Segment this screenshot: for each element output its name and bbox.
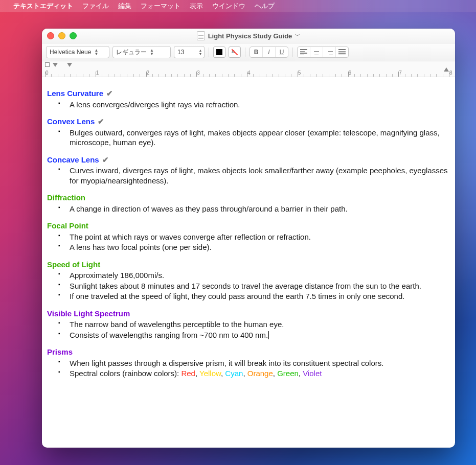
tab-stop-marker[interactable] bbox=[67, 63, 72, 67]
list-item[interactable]: A lens converges/diverges light rays via… bbox=[47, 100, 450, 110]
section-lens-curvature: Lens Curvature✔A lens converges/diverges… bbox=[47, 88, 450, 109]
font-size-value: 13 bbox=[177, 49, 184, 56]
menubar-edit[interactable]: 編集 bbox=[118, 2, 131, 11]
check-icon: ✔ bbox=[102, 155, 109, 165]
section-prisms: PrismsWhen light passes through a disper… bbox=[47, 347, 450, 379]
section-convex-lens: Convex Lens✔Bulges outward, converges ra… bbox=[47, 117, 450, 148]
zoom-button[interactable] bbox=[70, 32, 77, 39]
select-arrows-icon: ▲▼ bbox=[150, 49, 154, 56]
section-diffraction: DiffractionA change in direction of wave… bbox=[47, 193, 450, 214]
section-heading-text: Concave Lens bbox=[47, 155, 99, 165]
section-heading-text: Diffraction bbox=[47, 193, 85, 203]
formatting-toolbar: Helvetica Neue ▲▼ レギュラー ▲▼ 13 ▲▼ B I U bbox=[42, 43, 455, 61]
ruler[interactable]: 012345678 bbox=[42, 61, 455, 77]
list-item[interactable]: Bulges outward, converges rays of light,… bbox=[47, 128, 450, 148]
section-heading[interactable]: Concave Lens✔ bbox=[47, 155, 450, 165]
section-heading[interactable]: Diffraction bbox=[47, 193, 450, 203]
section-heading[interactable]: Speed of Light bbox=[47, 260, 450, 270]
left-margin-marker[interactable] bbox=[45, 62, 50, 67]
list-item[interactable]: If one traveled at the speed of light, t… bbox=[47, 291, 450, 301]
section-heading[interactable]: Focal Point bbox=[47, 221, 450, 231]
toolbar-divider bbox=[209, 48, 209, 57]
select-arrows-icon: ▲▼ bbox=[94, 49, 98, 56]
section-list: Approximately 186,000mi/s.Sunlight takes… bbox=[47, 270, 450, 301]
list-item[interactable]: Curves inward, diverges rays of light, m… bbox=[47, 166, 450, 185]
align-left-button[interactable] bbox=[298, 47, 310, 57]
list-item[interactable]: Spectral colors (rainbow colors): Red, Y… bbox=[47, 368, 450, 379]
section-focal-point: Focal PointThe point at which rays or wa… bbox=[47, 221, 450, 252]
font-style-select[interactable]: レギュラー ▲▼ bbox=[112, 46, 171, 58]
section-heading-text: Convex Lens bbox=[47, 117, 95, 127]
titlebar[interactable]: Light Physics Study Guide ﹀ bbox=[42, 29, 455, 43]
menubar-view[interactable]: 表示 bbox=[190, 2, 203, 11]
font-style-value: レギュラー bbox=[116, 48, 147, 57]
section-list: When light passes through a dispersive p… bbox=[47, 358, 450, 379]
close-button[interactable] bbox=[47, 32, 54, 39]
list-item[interactable]: A change in direction of waves as they p… bbox=[47, 204, 450, 214]
rainbow-word: Orange bbox=[247, 369, 273, 378]
menubar-help[interactable]: ヘルプ bbox=[255, 2, 275, 11]
list-item[interactable]: Sunlight takes about 8 minutes and 17 se… bbox=[47, 281, 450, 291]
list-item[interactable]: When light passes through a dispersive p… bbox=[47, 358, 450, 368]
ruler-left-markers[interactable] bbox=[45, 62, 72, 67]
menubar-app-name[interactable]: テキストエディット bbox=[13, 2, 73, 11]
list-item[interactable]: Consists of wavelengths ranging from ~70… bbox=[47, 330, 450, 340]
list-item[interactable]: The point at which rays or waves converg… bbox=[47, 232, 450, 242]
font-family-select[interactable]: Helvetica Neue ▲▼ bbox=[46, 46, 109, 58]
align-justify-button[interactable] bbox=[335, 47, 348, 57]
italic-button[interactable]: I bbox=[262, 47, 275, 57]
ruler-label: 4 bbox=[247, 70, 251, 76]
ruler-label: 8 bbox=[449, 70, 452, 76]
section-list: A change in direction of waves as they p… bbox=[47, 204, 450, 214]
section-speed-of-light: Speed of LightApproximately 186,000mi/s.… bbox=[47, 260, 450, 301]
font-size-stepper[interactable]: ▲▼ bbox=[197, 46, 205, 58]
toolbar-divider bbox=[292, 48, 293, 57]
color-box-icon bbox=[216, 49, 222, 55]
section-list: A lens converges/diverges light rays via… bbox=[47, 100, 450, 110]
section-list: Bulges outward, converges rays of light,… bbox=[47, 128, 450, 148]
document-icon bbox=[197, 31, 205, 40]
rainbow-word: Violet bbox=[303, 369, 322, 378]
ruler-label: 2 bbox=[147, 70, 150, 76]
ruler-label: 3 bbox=[197, 70, 200, 76]
section-heading[interactable]: Lens Curvature✔ bbox=[47, 88, 450, 99]
list-item[interactable]: A lens has two focal points (one per sid… bbox=[47, 242, 450, 252]
section-heading-text: Focal Point bbox=[47, 221, 88, 231]
section-list: The narrow band of wavelengths perceptib… bbox=[47, 319, 450, 340]
rainbow-word: Cyan bbox=[225, 369, 243, 378]
ruler-label: 6 bbox=[349, 70, 352, 76]
font-family-value: Helvetica Neue bbox=[50, 49, 91, 56]
text-style-group: B I U bbox=[250, 46, 288, 58]
bold-button[interactable]: B bbox=[250, 47, 262, 57]
minimize-button[interactable] bbox=[58, 32, 65, 39]
menubar-format[interactable]: フォーマット bbox=[141, 2, 180, 11]
check-icon: ✔ bbox=[106, 88, 113, 99]
rainbow-word: Red bbox=[181, 369, 195, 378]
window-title-text: Light Physics Study Guide bbox=[208, 32, 292, 40]
section-heading-text: Visible Light Spectrum bbox=[47, 309, 130, 319]
check-icon: ✔ bbox=[98, 117, 104, 127]
rainbow-word: Green bbox=[277, 369, 299, 378]
highlight-color-swatch[interactable] bbox=[229, 46, 241, 58]
section-visible-light-spectrum: Visible Light SpectrumThe narrow band of… bbox=[47, 309, 450, 340]
first-line-indent-marker[interactable] bbox=[53, 63, 58, 67]
text-color-swatch[interactable] bbox=[213, 46, 225, 58]
section-heading-text: Prisms bbox=[47, 347, 73, 357]
underline-button[interactable]: U bbox=[275, 47, 288, 57]
section-heading-text: Speed of Light bbox=[47, 260, 100, 270]
section-heading[interactable]: Visible Light Spectrum bbox=[47, 309, 450, 319]
window-title: Light Physics Study Guide ﹀ bbox=[42, 31, 455, 40]
align-right-button[interactable] bbox=[323, 47, 335, 57]
section-heading[interactable]: Prisms bbox=[47, 347, 450, 357]
section-heading[interactable]: Convex Lens✔ bbox=[47, 117, 450, 127]
document-window: Light Physics Study Guide ﹀ Helvetica Ne… bbox=[42, 29, 455, 448]
title-chevron-icon[interactable]: ﹀ bbox=[295, 32, 300, 39]
document-body[interactable]: Lens Curvature✔A lens converges/diverges… bbox=[42, 77, 455, 448]
menubar-file[interactable]: ファイル bbox=[82, 2, 109, 11]
menubar-window[interactable]: ウインドウ bbox=[212, 2, 245, 11]
menubar: テキストエディット ファイル 編集 フォーマット 表示 ウインドウ ヘルプ bbox=[0, 0, 476, 12]
list-item[interactable]: The narrow band of wavelengths perceptib… bbox=[47, 319, 450, 330]
rainbow-word: Yellow bbox=[199, 369, 221, 378]
align-center-button[interactable] bbox=[310, 47, 323, 57]
list-item[interactable]: Approximately 186,000mi/s. bbox=[47, 270, 450, 281]
